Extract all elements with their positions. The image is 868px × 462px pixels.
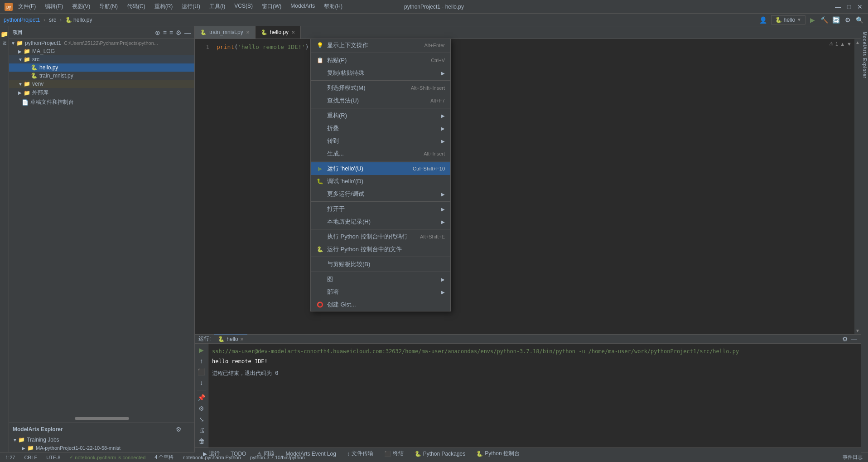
modelarts-hide-icon[interactable]: — <box>184 426 191 433</box>
minimize-button[interactable]: — <box>834 3 842 10</box>
ctx-item-column-select[interactable]: 列选择模式(M) Alt+Shift+Insert <box>311 82 450 94</box>
sidebar-icon-settings[interactable]: ⚙ <box>176 29 182 36</box>
ctx-item-local-history[interactable]: 本地历史记录(H) ▶ <box>311 215 450 228</box>
activity-modelarts[interactable]: M <box>0 39 9 47</box>
menu-navigate[interactable]: 导航(N) <box>97 2 120 11</box>
status-event-log[interactable]: 事件日志 <box>841 454 864 461</box>
sidebar-icon-expand[interactable]: ≡ <box>163 29 167 36</box>
ctx-item-debug-hello[interactable]: 🐛 调试 'hello'(D) <box>311 175 450 188</box>
tree-item-training-jobs[interactable]: ▼ 📁 Training Jobs <box>9 436 194 444</box>
panel-settings-icon[interactable]: ⚙ <box>842 336 848 343</box>
tab-train-close[interactable]: ✕ <box>246 30 250 35</box>
build-button[interactable]: 🔨 <box>819 15 829 25</box>
tab-file-transfer[interactable]: ↕ 文件传输 <box>342 448 378 459</box>
run-config-selector[interactable]: 🐍 hello ▼ <box>771 15 805 24</box>
menu-run[interactable]: 运行(U) <box>180 2 202 11</box>
tree-item-src[interactable]: ▼ 📁 src <box>9 55 194 63</box>
ctx-item-fold[interactable]: 折叠 ▶ <box>311 122 450 135</box>
tab-terminal[interactable]: ⬛ 终结 <box>380 448 408 459</box>
tree-item-hello[interactable]: 🐍 hello.py <box>9 63 194 72</box>
scroll-down-button[interactable]: ↓ <box>197 378 206 387</box>
modelarts-settings-icon[interactable]: ⚙ <box>176 426 182 433</box>
activity-project[interactable]: 📁 <box>0 29 10 39</box>
tree-item-ma-job[interactable]: ▶ 📁 MA-pythonProject1-01-22-10-58-mnist <box>9 444 194 452</box>
menu-refactor[interactable]: 重构(R) <box>153 2 175 11</box>
sync-button[interactable]: 🔄 <box>831 15 841 25</box>
ctx-item-open-in[interactable]: 打开于 ▶ <box>311 203 450 215</box>
tree-item-external[interactable]: ▶ 📁 外部库 <box>9 88 194 97</box>
ctx-item-context-actions[interactable]: 💡 显示上下文操作 Alt+Enter <box>311 39 450 52</box>
settings2-button[interactable]: ⚙ <box>197 404 206 413</box>
ctx-item-find-usages[interactable]: 查找用法(U) Alt+F7 <box>311 94 450 107</box>
maximize-button[interactable]: □ <box>845 3 853 10</box>
ctx-item-run-console[interactable]: 🐍 运行 Python 控制台中的文件 <box>311 243 450 256</box>
menu-tools[interactable]: 工具(I) <box>207 2 227 11</box>
ctx-item-diagram[interactable]: 图 ▶ <box>311 273 450 286</box>
tree-item-venv[interactable]: ▼ 📁 venv <box>9 80 194 88</box>
ctx-item-more-run[interactable]: 更多运行/调试 ▶ <box>311 188 450 200</box>
status-python-version[interactable]: python-3.7.10/bin/python <box>248 455 307 460</box>
ctx-item-paste[interactable]: 📋 粘贴(P) Ctrl+V <box>311 54 450 67</box>
ctx-item-run-hello[interactable]: ▶ 运行 'hello'(U) Ctrl+Shift+F10 <box>311 162 450 175</box>
status-position[interactable]: 1:27 <box>4 455 17 460</box>
print-button[interactable]: 🖨 <box>197 426 206 435</box>
status-line-sep[interactable]: CRLF <box>22 455 39 460</box>
ctx-item-paste-special[interactable]: 复制/粘贴特殊 ▶ <box>311 67 450 79</box>
scroll-up-button[interactable]: ↑ <box>197 356 206 365</box>
ctx-item-create-gist[interactable]: ⭕ 创建 Gist... <box>311 298 450 311</box>
panel-hide-icon[interactable]: — <box>851 336 857 343</box>
tree-item-scratch[interactable]: 📄 草稿文件和控制台 <box>9 97 194 107</box>
search-icon[interactable]: 🔍 <box>854 15 864 25</box>
status-encoding[interactable]: UTF-8 <box>44 455 62 460</box>
status-python-profile[interactable]: notebook-pycharm Python <box>181 455 242 460</box>
menu-code[interactable]: 代码(C) <box>125 2 147 11</box>
stop-button[interactable]: ⬛ <box>197 367 206 376</box>
tab-train-mnist[interactable]: 🐍 train_mnist.py ✕ <box>195 26 256 39</box>
tab-python-console[interactable]: 🐍 Python 控制台 <box>472 448 524 459</box>
run-button[interactable]: ▶ <box>807 15 817 25</box>
tab-hello[interactable]: 🐍 hello.py ✕ <box>256 26 301 39</box>
status-spaces[interactable]: 4 个空格 <box>153 454 175 461</box>
pin-button[interactable]: 📌 <box>197 393 206 402</box>
editor-scrollbar[interactable]: ▲ ▼ <box>854 39 861 334</box>
sidebar-icon-collapse[interactable]: ≡ <box>169 29 173 36</box>
status-connected[interactable]: ✓ notebook-pycharm is connected <box>68 454 147 460</box>
ctx-item-deploy[interactable]: 部署 ▶ <box>311 286 450 298</box>
ctx-item-goto[interactable]: 转到 ▶ <box>311 135 450 147</box>
menu-vcs[interactable]: VCS(S) <box>232 2 255 11</box>
menu-view[interactable]: 视图(V) <box>70 2 92 11</box>
ctx-item-refactor[interactable]: 重构(R) ▶ <box>311 109 450 122</box>
menu-modelarts[interactable]: ModelArts <box>289 2 317 11</box>
sidebar-icon-locate[interactable]: ⊕ <box>155 29 160 36</box>
tab-python-packages[interactable]: 🐍 Python Packages <box>410 449 470 459</box>
expand-button[interactable]: ⤡ <box>197 415 206 424</box>
ctx-item-compare-clipboard[interactable]: 与剪贴板比较(B) <box>311 258 450 271</box>
settings-button[interactable]: ⚙ <box>843 15 853 25</box>
run-tab[interactable]: 🐍 hello ✕ <box>214 335 247 343</box>
ctx-item-generate[interactable]: 生成... Alt+Insert <box>311 147 450 160</box>
breadcrumb-src[interactable]: src <box>49 17 56 23</box>
tab-hello-close[interactable]: ✕ <box>291 30 295 35</box>
rerun-button[interactable]: ▶ <box>197 345 206 355</box>
sidebar-scrollbar[interactable] <box>9 414 194 423</box>
code-editor[interactable]: 1 print('hello remote IDE!') ▲ ▼ ⚠ 1 <box>195 39 861 334</box>
user-icon[interactable]: 👤 <box>759 16 767 24</box>
ctx-item-exec-line[interactable]: 执行 Python 控制台中的代码行 Alt+Shift+E <box>311 230 450 243</box>
nav-down-icon[interactable]: ▼ <box>847 41 852 47</box>
menu-window[interactable]: 窗口(W) <box>260 2 283 11</box>
menu-help[interactable]: 帮助(H) <box>322 2 344 11</box>
nav-up-icon[interactable]: ▲ <box>840 41 845 47</box>
breadcrumb-file[interactable]: hello.py <box>73 17 92 23</box>
tree-item-malog[interactable]: ▶ 📁 MA_LOG <box>9 47 194 55</box>
clear-button[interactable]: 🗑 <box>197 437 206 446</box>
modelarts-explorer-side-label[interactable]: ModelArts Explorer <box>862 28 867 82</box>
menu-edit[interactable]: 编辑(E) <box>43 2 65 11</box>
run-tab-close[interactable]: ✕ <box>240 337 244 342</box>
close-button[interactable]: ✕ <box>856 3 863 10</box>
tree-item-root[interactable]: ▼ 📁 pythonProject1 C:\Users\25122\Pychar… <box>9 39 194 47</box>
tree-item-train[interactable]: 🐍 train_mnist.py <box>9 72 194 80</box>
sidebar-icon-hide[interactable]: — <box>184 29 191 36</box>
code-content[interactable]: print('hello remote IDE!') <box>213 39 854 334</box>
breadcrumb-project[interactable]: pythonProject1 <box>4 17 40 23</box>
menu-file[interactable]: 文件(F) <box>16 2 38 11</box>
